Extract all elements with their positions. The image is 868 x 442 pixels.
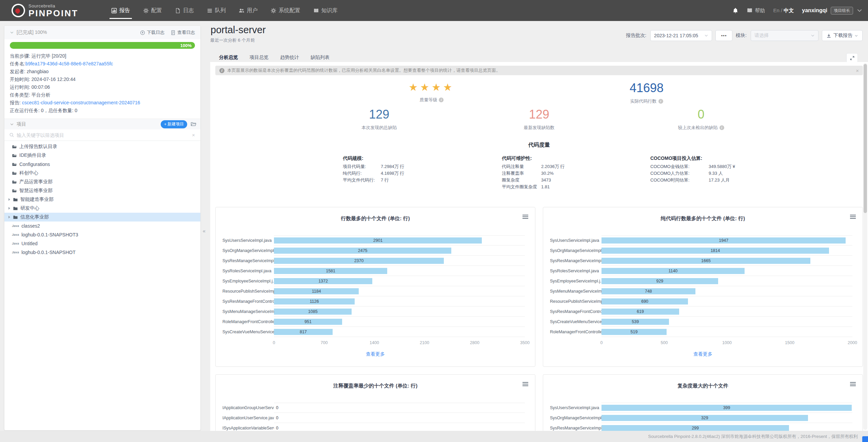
chart-bar-value: 748 (645, 289, 652, 294)
sidebar-collapse-handle[interactable]: « (201, 224, 207, 237)
chart-row: SysEmployeeServiceImpl.j...929 (550, 276, 856, 286)
nav-item-2[interactable]: 日志 (169, 0, 200, 21)
lang-en[interactable]: En (773, 7, 779, 13)
chevron-down-icon (856, 7, 863, 14)
chart-menu-icon[interactable] (850, 215, 856, 220)
tree-item[interactable]: 科创中心 (4, 169, 200, 177)
stat: 129最新发现缺陷数 (524, 108, 555, 131)
tree-item[interactable]: 智慧运维事业部 (4, 186, 200, 195)
task-status-text: [已完成] 100% (17, 29, 47, 36)
metric-value: 17.23 人月 (709, 177, 730, 184)
tree-item[interactable]: 上传报告默认目录 (4, 142, 200, 151)
plus-icon: + (164, 122, 166, 127)
corner-widget-button[interactable] (862, 436, 868, 442)
chart-row: ISysApplicationVariableServic...0 (222, 423, 528, 431)
search-clear-icon[interactable]: × (191, 132, 196, 138)
tree-item-label: 研发中心 (20, 205, 39, 211)
banner-close-icon[interactable]: × (856, 68, 859, 73)
tree-item[interactable]: 研发中心 (4, 204, 200, 213)
chart-bar-cell: 299 (601, 423, 852, 431)
module-placeholder: 请选择 (754, 33, 769, 39)
lang-zh[interactable]: 中文 (784, 7, 794, 13)
chart-category-label: SysResManageFrontControlle... (550, 307, 601, 317)
batch-more-button[interactable]: ••• (715, 30, 732, 41)
nav-item-0[interactable]: 报告 (105, 0, 137, 21)
module-select[interactable]: 请选择 (751, 30, 818, 41)
caret-right-icon[interactable] (8, 198, 10, 201)
download-log-button[interactable]: 下载日志 (140, 29, 164, 36)
top-navbar: Sourcebrella PINPOINT 报告配置日志队列用户系统配置知识库 … (0, 0, 868, 21)
chart-menu-icon[interactable] (522, 215, 528, 220)
stat-label-row: 质量等级i (409, 97, 455, 103)
batch-select[interactable]: 2023-12-21 17:05:05 (650, 30, 712, 41)
task-info-label: 开始时间: (10, 77, 32, 82)
nav-item-4[interactable]: 用户 (232, 0, 264, 21)
chart-menu-icon[interactable] (522, 382, 528, 387)
tree-item[interactable]: Configurations (4, 160, 200, 169)
nav-item-3[interactable]: 队列 (200, 0, 232, 21)
tree-item[interactable]: 智能建造事业部 (4, 195, 200, 204)
caret-right-icon[interactable] (8, 207, 10, 210)
stat-label-row: 最新发现缺陷数 (524, 125, 555, 131)
chevron-down-icon[interactable] (10, 122, 14, 126)
chart-bar-cell: 329 (601, 413, 852, 423)
chart-title: 复杂度最大的十个文件 (550, 383, 856, 389)
view-more-link[interactable]: 查看更多 (222, 351, 528, 357)
chart-category-label: SysRolesServiceImpl.java (222, 266, 274, 276)
language-toggle[interactable]: En / 中文 (773, 7, 794, 14)
stat-label: 质量等级 (419, 97, 437, 103)
projects-header: 项目 + 新建项目 (4, 119, 200, 129)
chart-bar-value: 539 (632, 319, 639, 324)
role-badge: 项目组长 (831, 7, 853, 15)
task-info-link[interactable]: b9fea179-436d-4c58-88e6-87e827aa55fc (25, 61, 113, 66)
user-menu[interactable]: yanxingqi 项目组长 (802, 7, 863, 15)
task-info-value: 2024-07-16 12:20:44 (32, 77, 76, 82)
fullscreen-button[interactable] (846, 53, 858, 63)
java-icon: Java (12, 251, 19, 254)
info-icon[interactable]: i (658, 99, 663, 104)
metric-label: 平均文件圈复杂度 (502, 184, 541, 190)
chevron-down-icon[interactable] (10, 30, 14, 35)
nav-item-5[interactable]: 系统配置 (264, 0, 307, 21)
new-project-label: 新建项目 (167, 121, 184, 127)
info-icon[interactable]: i (439, 98, 443, 102)
axis-tick-label: 1500 (785, 340, 794, 345)
project-search-input[interactable] (17, 132, 191, 138)
chart-bar-cell: 1372 (274, 276, 525, 286)
nav-item-6[interactable]: 知识库 (307, 0, 344, 21)
bell-icon[interactable] (732, 7, 738, 14)
metric-groups: 代码规模:项目代码量:7.2984万 行纯代码行:4.1698万 行平均文件代码… (215, 155, 863, 193)
task-info-label: 正在运行任务: (10, 108, 41, 113)
tree-item[interactable]: JavaUntitled (4, 239, 200, 248)
nav-item-1[interactable]: 配置 (137, 0, 169, 21)
brand-logo[interactable]: Sourcebrella PINPOINT (12, 3, 78, 18)
view-more-link[interactable]: 查看更多 (550, 351, 856, 357)
chart-category-label: SysCreateVueMenuService... (550, 317, 601, 327)
tree-item[interactable]: 产品运营事业部 (4, 177, 200, 186)
nav-item-label: 用户 (247, 7, 258, 14)
download-report-button[interactable]: 下载报告 (822, 30, 863, 41)
chart-bar-value: 399 (723, 405, 730, 410)
chart-bar-cell: 929 (601, 276, 852, 286)
stat-value: 0 (678, 108, 724, 121)
info-banner: i 本页面展示的数据是本次分析覆盖的代码范围的统计数据，已应用分析相关黑白名单设… (215, 66, 863, 75)
chart-category-label: SysResManageServiceImpl.j... (550, 423, 601, 431)
tree-item[interactable]: Javaloghub-0.0.1-SNAPSHOT3 (4, 230, 200, 239)
task-info-link[interactable]: cscec81-cloud-service-constructmanagemen… (22, 100, 140, 105)
info-icon[interactable]: i (719, 125, 724, 130)
metric-row: 平均文件圈复杂度1.81 (502, 184, 565, 190)
batch-value: 2023-12-21 17:05:05 (654, 33, 698, 38)
view-log-button[interactable]: 查看日志 (171, 29, 195, 36)
chart-menu-icon[interactable] (850, 382, 856, 387)
scrollbar-thumb[interactable] (864, 64, 867, 213)
new-project-button[interactable]: + 新建项目 (161, 120, 187, 128)
caret-right-icon[interactable] (8, 216, 10, 218)
tree-item[interactable]: 信息化事业部 (4, 213, 200, 222)
tree-item[interactable]: Javaloghub-0.0.1-SNAPSHOT (4, 248, 200, 257)
banner-text: 本页面展示的数据是本次分析覆盖的代码范围的统计数据，已应用分析相关黑白名单设置。… (227, 67, 500, 73)
folder-open-outline-icon[interactable] (191, 121, 196, 127)
folder-closed-icon (13, 197, 18, 202)
help-button[interactable]: 帮助 (747, 7, 765, 14)
tree-item[interactable]: IDE插件目录 (4, 151, 200, 160)
tree-item[interactable]: Javaclasses2 (4, 222, 200, 230)
